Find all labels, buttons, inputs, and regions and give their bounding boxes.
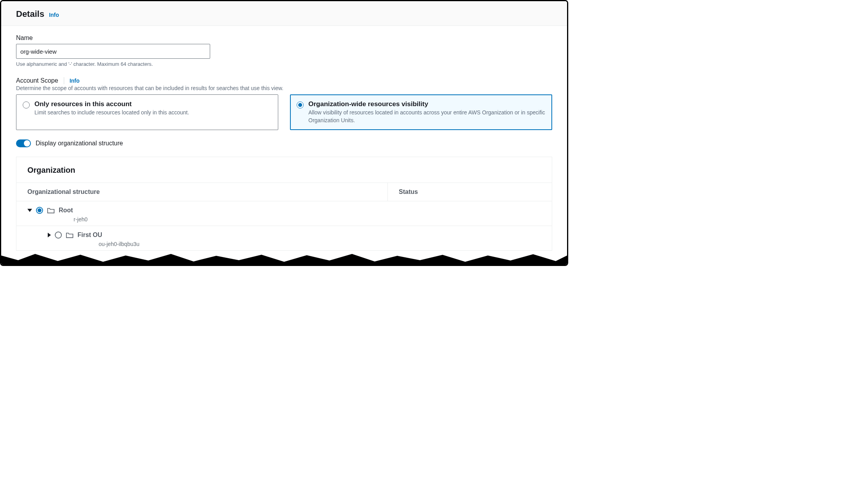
tree-node-name: Root xyxy=(59,207,73,214)
organization-columns: Organizational structure Status xyxy=(16,183,552,201)
panel-content: Name Use alphanumeric and '-' character.… xyxy=(1,26,567,251)
display-org-structure-row: Display organizational structure xyxy=(16,139,552,147)
scope-option-title: Only resources in this account xyxy=(34,100,189,108)
radio-icon xyxy=(23,101,30,109)
scope-options: Only resources in this account Limit sea… xyxy=(16,94,552,130)
scope-option-title: Organization-wide resources visibility xyxy=(308,100,546,108)
radio-icon xyxy=(297,101,304,109)
scope-option-desc: Limit searches to include resources loca… xyxy=(34,109,189,117)
col-structure-header: Organizational structure xyxy=(16,183,387,201)
scope-option-desc: Allow visibility of resources located in… xyxy=(308,109,546,124)
folder-icon xyxy=(47,207,55,214)
display-org-structure-label: Display organizational structure xyxy=(36,140,123,147)
tree-node-radio[interactable] xyxy=(36,207,43,214)
organization-box: Organization Organizational structure St… xyxy=(16,157,552,251)
name-hint: Use alphanumeric and '-' character. Maxi… xyxy=(16,61,552,67)
organization-title: Organization xyxy=(27,166,541,175)
panel-header: Details Info xyxy=(1,1,567,26)
tree-node-root: Root r-jeh0 xyxy=(16,201,552,226)
torn-edge xyxy=(1,249,567,265)
tree-node-id: ou-jeh0-ilbqbu3u xyxy=(99,241,541,247)
account-scope-info-link[interactable]: Info xyxy=(70,78,80,84)
tree-node-id: r-jeh0 xyxy=(74,216,541,222)
account-scope-header: Account Scope Info xyxy=(16,77,552,84)
scope-option-org-wide[interactable]: Organization-wide resources visibility A… xyxy=(290,94,552,130)
caret-down-icon[interactable] xyxy=(27,209,32,212)
tree-node-radio[interactable] xyxy=(55,232,62,239)
panel-title: Details xyxy=(16,9,44,19)
col-status-header: Status xyxy=(387,183,552,201)
display-org-structure-toggle[interactable] xyxy=(16,139,31,147)
caret-right-icon[interactable] xyxy=(48,233,51,237)
account-scope-desc: Determine the scope of accounts with res… xyxy=(16,85,552,91)
details-info-link[interactable]: Info xyxy=(49,12,59,18)
divider xyxy=(64,77,64,84)
name-label: Name xyxy=(16,34,552,42)
scope-option-this-account[interactable]: Only resources in this account Limit sea… xyxy=(16,94,278,130)
details-panel: Details Info Name Use alphanumeric and '… xyxy=(0,0,568,266)
folder-icon xyxy=(66,232,74,239)
name-input[interactable] xyxy=(16,44,210,59)
account-scope-label: Account Scope xyxy=(16,77,58,84)
org-tree: Root r-jeh0 First OU ou-jeh0-ilbqbu3u xyxy=(16,201,552,250)
tree-node-first-ou: First OU ou-jeh0-ilbqbu3u xyxy=(16,226,552,250)
tree-node-name: First OU xyxy=(77,232,102,239)
organization-header: Organization xyxy=(16,157,552,183)
